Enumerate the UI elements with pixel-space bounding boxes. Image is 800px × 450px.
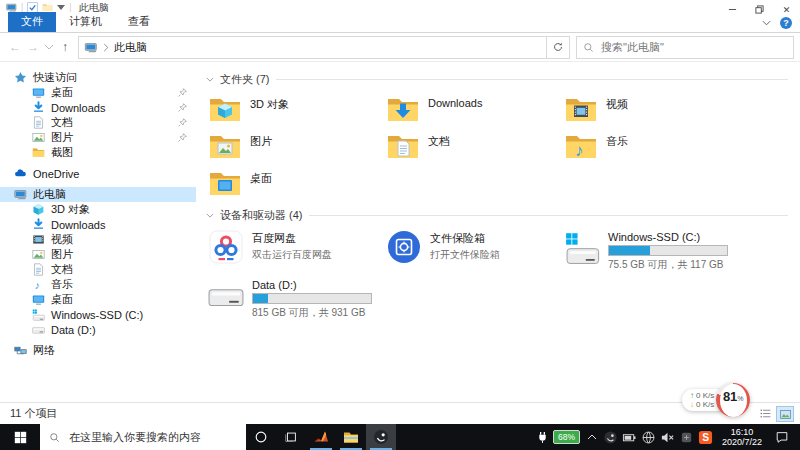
capacity-bar xyxy=(252,293,372,304)
capacity-bar xyxy=(608,245,728,256)
pin-icon xyxy=(177,132,188,143)
close-button[interactable]: ✕ xyxy=(773,0,800,19)
this-pc-icon xyxy=(14,188,27,201)
task-view-button[interactable] xyxy=(276,424,306,450)
breadcrumb[interactable]: 此电脑 xyxy=(114,40,147,55)
minimize-button[interactable] xyxy=(719,0,746,19)
taskbar-app-matlab[interactable] xyxy=(306,424,336,450)
matlab-icon xyxy=(313,429,329,445)
network-globe-icon[interactable] xyxy=(641,430,656,445)
recent-locations-icon[interactable] xyxy=(43,44,55,50)
breadcrumb-chevron-icon[interactable] xyxy=(103,43,109,52)
network-icon xyxy=(14,344,27,357)
explorer-search-input[interactable] xyxy=(599,40,787,54)
ribbon-collapse-icon[interactable] xyxy=(762,20,771,26)
back-button[interactable]: ← xyxy=(6,41,24,53)
upload-speed: 0 K/s xyxy=(696,391,714,400)
group-header[interactable]: 设备和驱动器 (4) xyxy=(206,208,788,223)
sidebar-group-网络[interactable]: 网络 xyxy=(0,343,196,358)
refresh-button[interactable] xyxy=(546,36,570,59)
group-header[interactable]: 文件夹 (7) xyxy=(206,72,788,87)
taskbar-app-file-explorer[interactable] xyxy=(336,424,366,450)
folder-tile-视频[interactable]: 视频 xyxy=(562,93,734,126)
usage-gauge[interactable]: 81 % xyxy=(716,383,750,417)
screenshot-tray-icon[interactable] xyxy=(603,430,618,445)
folder-desktop-icon xyxy=(208,168,242,199)
separator: | xyxy=(69,3,71,12)
battery-widget[interactable]: 68% xyxy=(553,430,580,444)
sogou-input-icon[interactable]: S xyxy=(698,430,713,445)
thumbnail-view-button[interactable] xyxy=(776,406,794,422)
volume-muted-icon[interactable] xyxy=(660,430,675,445)
taskbar-search-input[interactable] xyxy=(67,430,237,444)
sidebar-item-Data (D:)[interactable]: Data (D:) xyxy=(0,322,196,337)
restore-icon xyxy=(755,5,764,14)
file-safe-icon xyxy=(386,230,422,264)
address-bar[interactable]: 此电脑 xyxy=(78,36,547,59)
device-tile-文件保险箱[interactable]: 文件保险箱打开文件保险箱 xyxy=(384,229,556,273)
device-tile-百度网盘[interactable]: 百度网盘双击运行百度网盘 xyxy=(206,229,378,273)
sidebar-item-Downloads[interactable]: Downloads xyxy=(0,100,196,115)
sidebar-item-截图[interactable]: 截图 xyxy=(0,145,196,160)
sidebar-item-图片[interactable]: 图片 xyxy=(0,130,196,145)
sidebar-item-桌面[interactable]: 桌面 xyxy=(0,292,196,307)
hidden-icons-chevron-icon[interactable] xyxy=(587,434,597,440)
battery-tray-icon[interactable] xyxy=(622,430,637,445)
pin-icon xyxy=(177,102,188,113)
device-tile-Data (D:)[interactable]: Data (D:)815 GB 可用，共 931 GB xyxy=(206,277,378,321)
folder-download-icon xyxy=(386,94,420,125)
tab-计算机[interactable]: 计算机 xyxy=(56,12,115,32)
usage-percent-unit: % xyxy=(737,395,743,402)
taskbar-app-screenshot-tool[interactable] xyxy=(366,424,396,450)
list-view-icon xyxy=(759,407,772,420)
tab-查看[interactable]: 查看 xyxy=(115,12,163,32)
restore-button[interactable] xyxy=(746,0,773,19)
up-button[interactable]: ↑ xyxy=(56,41,74,53)
folder-tile-音乐[interactable]: ♪音乐 xyxy=(562,130,734,163)
details-view-button[interactable] xyxy=(757,406,773,420)
sidebar-group-此电脑[interactable]: 此电脑 xyxy=(0,187,196,202)
sidebar-group-OneDrive[interactable]: OneDrive xyxy=(0,166,196,181)
ime-disabled-icon[interactable] xyxy=(679,430,694,445)
forward-button[interactable]: → xyxy=(24,41,42,53)
folder-pictures-icon xyxy=(208,131,242,162)
svg-text:♪: ♪ xyxy=(34,279,39,291)
task-view-icon xyxy=(284,430,298,444)
sidebar-item-文档[interactable]: 文档 xyxy=(0,262,196,277)
net-speed-widget[interactable]: ↑0 K/s ↓0 K/s 81 % xyxy=(682,383,750,417)
device-tile-Windows-SSD (C:)[interactable]: Windows-SSD (C:)75.5 GB 可用，共 117 GB xyxy=(562,229,734,273)
sidebar-item-Downloads[interactable]: Downloads xyxy=(0,217,196,232)
this-pc-icon xyxy=(84,41,98,54)
item-count: 11 个项目 xyxy=(10,406,57,421)
explorer-search-box[interactable] xyxy=(576,36,794,59)
drive-icon xyxy=(208,278,244,312)
folder-tile-桌面[interactable]: 桌面 xyxy=(206,167,378,200)
pin-icon xyxy=(177,87,188,98)
taskbar-clock[interactable]: 16:10 2020/7/22 xyxy=(722,427,762,447)
pin-icon xyxy=(177,117,188,128)
customize-dropdown-icon[interactable] xyxy=(57,5,65,10)
sidebar-item-视频[interactable]: 视频 xyxy=(0,232,196,247)
tab-文件[interactable]: 文件 xyxy=(8,12,56,32)
action-center-icon[interactable] xyxy=(775,430,789,444)
folder-tile-3D 对象[interactable]: 3D 对象 xyxy=(206,93,378,126)
sidebar-item-桌面[interactable]: 桌面 xyxy=(0,85,196,100)
cortana-button[interactable] xyxy=(246,424,276,450)
folder-icon xyxy=(32,146,45,159)
explorer-icon xyxy=(343,429,359,445)
folder-tile-图片[interactable]: 图片 xyxy=(206,130,378,163)
search-icon xyxy=(583,42,594,53)
sidebar-item-音乐[interactable]: ♪音乐 xyxy=(0,277,196,292)
sidebar-item-文档[interactable]: 文档 xyxy=(0,115,196,130)
windows-logo-icon xyxy=(14,431,27,444)
pictures-icon xyxy=(32,131,45,144)
sidebar-group-快速访问[interactable]: 快速访问 xyxy=(0,70,196,85)
taskbar-search-box[interactable] xyxy=(40,424,246,450)
sidebar-item-Windows-SSD (C:)[interactable]: Windows-SSD (C:) xyxy=(0,307,196,322)
folder-tile-文档[interactable]: 文档 xyxy=(384,130,556,163)
folder-tile-Downloads[interactable]: Downloads xyxy=(384,93,556,126)
sidebar-item-3D 对象[interactable]: 3D 对象 xyxy=(0,202,196,217)
sidebar-item-图片[interactable]: 图片 xyxy=(0,247,196,262)
pictures-icon xyxy=(32,248,45,261)
start-button[interactable] xyxy=(0,424,40,450)
